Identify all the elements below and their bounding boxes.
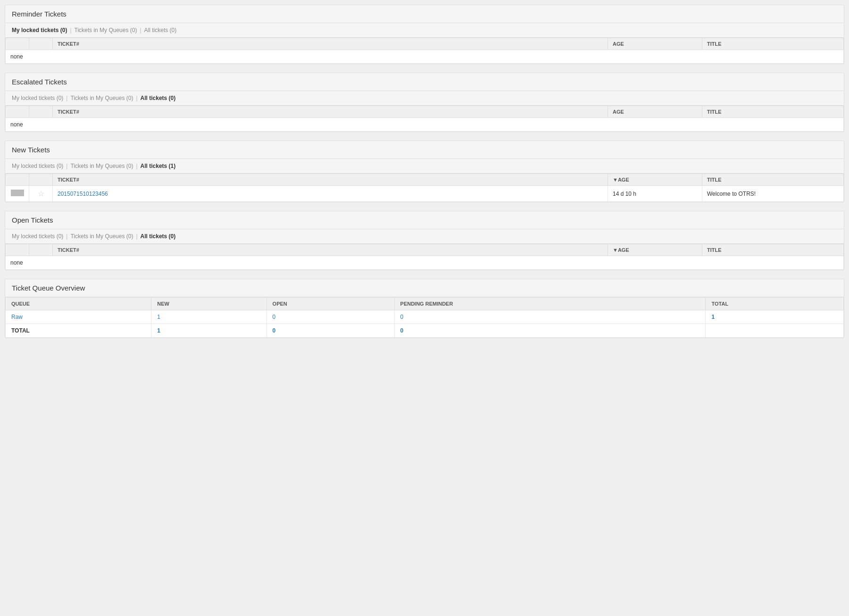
queue-total-new: 1 <box>151 324 266 338</box>
reminder-col-check <box>6 38 29 50</box>
new-ticket-row: ☆ 2015071510123456 14 d 10 h Welcome to … <box>6 186 844 202</box>
open-filter-bar: My locked tickets (0) | Tickets in My Qu… <box>5 229 844 244</box>
new-row-star[interactable]: ☆ <box>29 186 53 202</box>
queue-total-new-value[interactable]: 1 <box>157 327 160 334</box>
escalated-col-ticket: TICKET# <box>53 106 608 118</box>
star-icon[interactable]: ☆ <box>38 190 44 198</box>
queue-name-link[interactable]: Raw <box>11 314 23 320</box>
escalated-col-age: AGE <box>608 106 702 118</box>
reminder-filter-bar: My locked tickets (0) | Tickets in My Qu… <box>5 23 844 38</box>
queue-total-cell: 1 <box>706 310 844 324</box>
checkbox-indicator <box>11 190 24 196</box>
queue-total-total <box>706 324 844 338</box>
new-row-checkbox[interactable] <box>6 186 29 202</box>
new-col-title: TITLE <box>702 174 844 186</box>
escalated-col-title: TITLE <box>702 106 844 118</box>
escalated-filter-all[interactable]: All tickets (0) <box>141 95 176 101</box>
reminder-empty-row: none <box>6 50 844 64</box>
queue-total-open: 0 <box>266 324 394 338</box>
escalated-empty-row: none <box>6 118 844 132</box>
open-empty-label: none <box>6 256 844 270</box>
open-col-age[interactable]: ▼AGE <box>608 244 702 256</box>
escalated-tickets-section: Escalated Tickets My locked tickets (0) … <box>5 73 844 132</box>
new-col-ticket: TICKET# <box>53 174 608 186</box>
reminder-tickets-section: Reminder Tickets My locked tickets (0) |… <box>5 5 844 64</box>
reminder-col-star <box>29 38 53 50</box>
open-filter-queues[interactable]: Tickets in My Queues (0) <box>70 233 133 240</box>
queue-total-label: TOTAL <box>6 324 151 338</box>
escalated-col-check <box>6 106 29 118</box>
new-filter-all[interactable]: All tickets (1) <box>141 163 176 169</box>
queue-total-value[interactable]: 1 <box>711 314 715 320</box>
escalated-table: TICKET# AGE TITLE none <box>5 106 844 132</box>
open-tickets-title: Open Tickets <box>5 211 844 229</box>
queue-new-value[interactable]: 1 <box>157 314 160 320</box>
queue-open-cell: 0 <box>266 310 394 324</box>
new-col-star <box>29 174 53 186</box>
reminder-col-ticket: TICKET# <box>53 38 608 50</box>
queue-new-cell: 1 <box>151 310 266 324</box>
new-table: TICKET# ▼AGE TITLE ☆ 2015071510123456 14… <box>5 174 844 202</box>
open-empty-row: none <box>6 256 844 270</box>
escalated-tickets-title: Escalated Tickets <box>5 73 844 91</box>
queue-name-cell: Raw <box>6 310 151 324</box>
new-tickets-section: New Tickets My locked tickets (0) | Tick… <box>5 141 844 202</box>
new-filter-queues[interactable]: Tickets in My Queues (0) <box>70 163 133 169</box>
open-table: TICKET# ▼AGE TITLE none <box>5 244 844 270</box>
queue-col-queue: QUEUE <box>6 298 151 310</box>
new-filter-locked[interactable]: My locked tickets (0) <box>12 163 63 169</box>
reminder-filter-all[interactable]: All tickets (0) <box>144 27 177 33</box>
ticket-number-link[interactable]: 2015071510123456 <box>58 191 108 197</box>
reminder-filter-locked[interactable]: My locked tickets (0) <box>12 27 67 33</box>
queue-pending-value[interactable]: 0 <box>400 314 404 320</box>
escalated-empty-label: none <box>6 118 844 132</box>
queue-col-open: OPEN <box>266 298 394 310</box>
queue-col-new: NEW <box>151 298 266 310</box>
reminder-table: TICKET# AGE TITLE none <box>5 38 844 64</box>
reminder-col-age: AGE <box>608 38 702 50</box>
reminder-col-title: TITLE <box>702 38 844 50</box>
queue-overview-title: Ticket Queue Overview <box>5 279 844 297</box>
queue-total-pending: 0 <box>394 324 706 338</box>
escalated-filter-bar: My locked tickets (0) | Tickets in My Qu… <box>5 91 844 106</box>
open-col-title: TITLE <box>702 244 844 256</box>
open-filter-locked[interactable]: My locked tickets (0) <box>12 233 63 240</box>
queue-col-pending: PENDING REMINDER <box>394 298 706 310</box>
new-row-ticket-num: 2015071510123456 <box>53 186 608 202</box>
queue-table: QUEUE NEW OPEN PENDING REMINDER TOTAL Ra… <box>5 297 844 338</box>
queue-row: Raw 1 0 0 1 <box>6 310 844 324</box>
queue-total-pending-value[interactable]: 0 <box>400 327 404 334</box>
escalated-filter-locked[interactable]: My locked tickets (0) <box>12 95 63 101</box>
queue-overview-section: Ticket Queue Overview QUEUE NEW OPEN PEN… <box>5 279 844 338</box>
queue-col-total: TOTAL <box>706 298 844 310</box>
new-filter-bar: My locked tickets (0) | Tickets in My Qu… <box>5 159 844 174</box>
new-row-title: Welcome to OTRS! <box>702 186 844 202</box>
reminder-filter-queues[interactable]: Tickets in My Queues (0) <box>75 27 137 33</box>
open-col-check <box>6 244 29 256</box>
new-tickets-title: New Tickets <box>5 141 844 159</box>
escalated-col-star <box>29 106 53 118</box>
new-row-age: 14 d 10 h <box>608 186 702 202</box>
new-col-age[interactable]: ▼AGE <box>608 174 702 186</box>
open-col-ticket: TICKET# <box>53 244 608 256</box>
queue-total-row: TOTAL 1 0 0 <box>6 324 844 338</box>
reminder-tickets-title: Reminder Tickets <box>5 5 844 23</box>
open-col-star <box>29 244 53 256</box>
open-filter-all[interactable]: All tickets (0) <box>141 233 176 240</box>
escalated-filter-queues[interactable]: Tickets in My Queues (0) <box>70 95 133 101</box>
reminder-empty-label: none <box>6 50 844 64</box>
new-col-check <box>6 174 29 186</box>
queue-pending-cell: 0 <box>394 310 706 324</box>
queue-total-open-value[interactable]: 0 <box>273 327 276 334</box>
queue-open-value[interactable]: 0 <box>273 314 276 320</box>
open-tickets-section: Open Tickets My locked tickets (0) | Tic… <box>5 211 844 270</box>
